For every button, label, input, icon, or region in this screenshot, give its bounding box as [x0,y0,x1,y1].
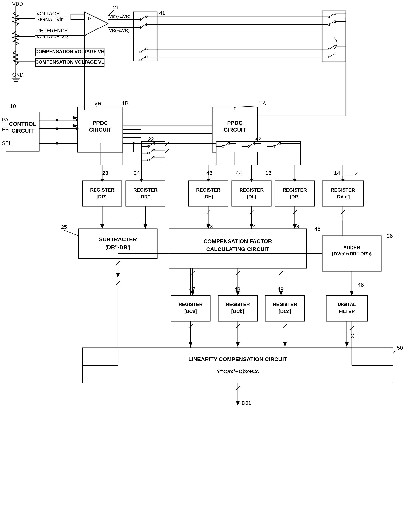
num-43: 43 [207,223,213,229]
reg-dcb-label2: [DCb] [231,309,244,314]
svg-marker-15 [84,12,108,35]
num-26: 26 [387,233,393,239]
svg-rect-19 [134,12,157,61]
num-22: 22 [148,136,154,142]
subtracter-label: SUBTRACTER [99,236,137,242]
num-10: 10 [10,103,16,109]
ppdc-1a-label: PPDC [227,120,243,126]
svg-rect-138 [326,296,367,321]
num-50: 50 [397,345,403,351]
svg-rect-91 [83,181,122,206]
reg-dr-prime-label: REGISTER [90,187,114,193]
reg-dcc-label: REGISTER [273,302,297,307]
svg-rect-137 [265,296,305,321]
num-44-label: 44 [236,170,242,176]
reg-dca-label2: [DCa] [184,309,197,314]
svg-rect-150 [83,348,393,383]
num-46: 46 [358,282,364,288]
d01-label: D01 [242,400,251,406]
svg-line-221 [165,142,169,146]
voltage-signal-label: VOLTAGE [36,11,60,17]
svg-rect-93 [189,181,228,206]
reg-dca-label: REGISTER [179,302,203,307]
svg-rect-135 [171,296,210,321]
reg-dr-prime-label2: [DR'] [97,194,108,199]
svg-marker-134 [350,291,354,296]
num-24: 24 [134,170,140,176]
reg-dcb-label: REGISTER [226,302,250,307]
num-44: 44 [250,223,256,229]
ppdc-1a-label2: CIRCUIT [224,127,246,133]
svg-point-43 [56,119,58,121]
svg-rect-75 [216,141,301,165]
svg-rect-136 [218,296,257,321]
svg-line-217 [354,173,358,176]
num-48: 48 [234,286,240,292]
voltage-signal2-label: SIGNAL Vin [36,17,64,22]
x-label: X [351,333,354,339]
gnd-label: GND [12,72,24,78]
num-21: 21 [113,5,119,11]
reg-dr-dbl-label: REGISTER [133,187,158,193]
vdd-label: VDD [12,1,23,7]
num-43-label: 43 [206,170,212,176]
comp-vl-label: COMPENSATION VOLTAGE VL [35,59,104,65]
ppdc-1b-label2: CIRCUIT [89,127,111,133]
svg-marker-154 [236,401,240,406]
reg-dr-label: REGISTER [283,187,307,193]
num-25: 25 [61,224,67,230]
reg-dr-label2: [DR] [290,194,300,199]
num-41: 41 [159,10,165,16]
num-13-label: 13 [265,170,271,176]
ref-voltage2-label: VOLTAGE VR [36,34,68,39]
vin-prime-label: Vin'(- ΔVR) [109,14,130,19]
svg-rect-112 [79,229,157,258]
control-circuit-label: CONTROL [9,121,36,127]
diagram-container: VDD GND VOLTAGE SIGNAL Vin REFERENCE VOL… [0,0,404,532]
reg-dvin-label2: [DVin'] [335,194,350,199]
svg-line-222 [165,149,169,153]
ref-voltage-label: REFERENCE [36,28,68,34]
control-circuit-label2: CIRCUIT [11,128,34,134]
svg-marker-116 [116,273,120,278]
svg-point-49 [56,142,58,145]
svg-point-45 [56,127,58,130]
digital-filter-label: DIGITAL [338,302,356,307]
svg-rect-92 [126,181,165,206]
adder-label2: {DVin'+(DR"-DR')} [332,251,372,256]
vr-prime-label: VR(+ΔVR) [109,28,129,33]
pb-label: PB [2,127,9,133]
num-1b: 1B [122,100,128,106]
reg-dcc-label2: [DCc] [279,309,291,314]
ppdc-1b-label: PPDC [93,120,108,126]
num-1a: 1A [259,100,266,106]
vr-above-1b: VR [94,100,101,106]
comp-vh-label: COMPENSATION VOLTAGE VH [35,49,104,54]
subtracter-label2: (DR"-DR') [105,244,131,250]
svg-line-113 [63,230,79,236]
num-49: 49 [277,286,283,292]
comp-factor-label2: CALCULATING CIRCUIT [206,246,269,252]
reg-dr-dbl-label2: [DR"] [139,194,152,199]
reg-dh-label: REGISTER [196,187,220,193]
svg-rect-95 [275,181,314,206]
num-45: 45 [314,226,321,232]
digital-filter-label2: FILTER [339,309,355,314]
svg-rect-94 [232,181,271,206]
linearity-formula: Y=Cax²+Cbx+Cc [216,368,259,374]
adder-label: ADDER [343,245,360,250]
svg-rect-9 [71,14,84,20]
reg-dh-label2: [DH] [203,194,213,199]
num-42: 42 [256,136,262,142]
num-23: 23 [102,170,108,176]
num-13: 13 [293,223,299,229]
reg-dl-label: REGISTER [239,187,264,193]
sel-label: SEL [2,140,12,146]
linearity-label: LINEARITY COMPENSATION CIRCUIT [188,356,287,362]
comp-factor-label: COMPENSATION FACTOR [204,238,272,244]
reg-dvin-label: REGISTER [331,187,355,193]
num-47: 47 [189,286,195,292]
num-14-label: 14 [334,170,340,176]
amp-symbol: ▷ [88,16,92,20]
pa-label: PA [2,117,8,123]
